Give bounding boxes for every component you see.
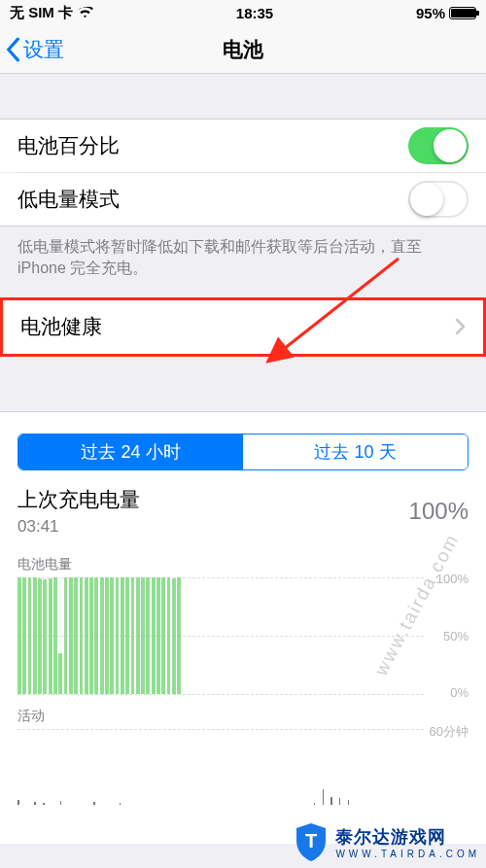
battery-health-row[interactable]: 电池健康 bbox=[3, 300, 483, 354]
svg-text:T: T bbox=[305, 830, 317, 851]
page-title: 电池 bbox=[223, 36, 263, 63]
back-label: 设置 bbox=[23, 36, 64, 63]
carrier-label: 无 SIM 卡 bbox=[10, 4, 73, 22]
time-range-segmented: 过去 24 小时 过去 10 天 bbox=[0, 412, 486, 480]
row-label: 电池健康 bbox=[20, 313, 102, 340]
shield-icon: T bbox=[293, 821, 330, 862]
last-charge-time: 03:41 bbox=[17, 517, 140, 537]
chevron-right-icon bbox=[455, 318, 466, 335]
low-power-toggle[interactable] bbox=[408, 181, 469, 218]
last-charge-percent: 100% bbox=[409, 498, 469, 525]
activity-chart: 活动 60分钟 bbox=[0, 694, 486, 805]
battery-icon bbox=[449, 7, 476, 19]
battery-percent-status: 95% bbox=[416, 5, 445, 21]
battery-percent-toggle[interactable] bbox=[408, 127, 469, 164]
row-label: 电池百分比 bbox=[17, 132, 120, 159]
chart-title: 活动 bbox=[17, 708, 469, 725]
chevron-left-icon bbox=[5, 37, 20, 62]
low-power-note: 低电量模式将暂时降低如下载和邮件获取等后台活动，直至 iPhone 完全充电。 bbox=[0, 226, 486, 297]
battery-level-chart: 电池电量 100% 50% 0% bbox=[0, 538, 486, 694]
watermark-url: WWW.TAIRDA.COM bbox=[335, 849, 480, 859]
y-tick: 50% bbox=[443, 628, 469, 642]
nav-bar: 设置 电池 bbox=[0, 25, 486, 74]
battery-percent-row[interactable]: 电池百分比 bbox=[0, 119, 486, 172]
wifi-icon bbox=[77, 7, 93, 18]
clock: 18:35 bbox=[236, 5, 273, 21]
segment-24h[interactable]: 过去 24 小时 bbox=[18, 434, 243, 469]
watermark-text: 泰尔达游戏网 bbox=[335, 825, 480, 849]
watermark-corner: T 泰尔达游戏网 WWW.TAIRDA.COM bbox=[293, 821, 480, 862]
last-charge-title: 上次充电电量 bbox=[17, 486, 140, 513]
y-tick: 0% bbox=[450, 685, 469, 700]
y-tick: 100% bbox=[436, 572, 469, 586]
chart-title: 电池电量 bbox=[17, 556, 469, 573]
segment-10d[interactable]: 过去 10 天 bbox=[243, 434, 468, 469]
low-power-row[interactable]: 低电量模式 bbox=[0, 173, 486, 226]
status-bar: 无 SIM 卡 18:35 95% bbox=[0, 0, 486, 25]
y-tick: 60分钟 bbox=[430, 723, 469, 741]
last-charge-block: 上次充电电量 03:41 100% bbox=[0, 480, 486, 538]
row-label: 低电量模式 bbox=[17, 186, 120, 213]
back-button[interactable]: 设置 bbox=[5, 36, 64, 63]
